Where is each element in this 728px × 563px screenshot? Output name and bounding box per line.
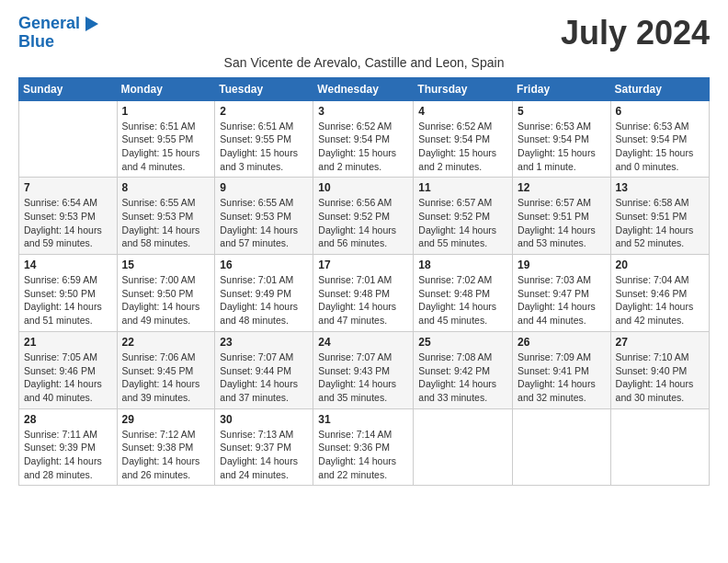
day-cell [513,408,611,486]
day-detail: Sunrise: 6:59 AM Sunset: 9:50 PM Dayligh… [24,273,112,327]
day-cell: 4Sunrise: 6:52 AM Sunset: 9:54 PM Daylig… [414,100,513,178]
weekday-header-monday: Monday [117,77,215,100]
day-cell: 11Sunrise: 6:57 AM Sunset: 9:52 PM Dayli… [414,178,513,255]
day-cell: 18Sunrise: 7:02 AM Sunset: 9:48 PM Dayli… [414,255,513,332]
day-number: 8 [122,181,210,194]
logo-arrow-icon [85,17,98,31]
day-cell: 30Sunrise: 7:13 AM Sunset: 9:37 PM Dayli… [215,408,313,486]
day-cell: 29Sunrise: 7:12 AM Sunset: 9:38 PM Dayli… [117,408,215,486]
day-cell [610,408,709,486]
day-detail: Sunrise: 7:01 AM Sunset: 9:48 PM Dayligh… [318,273,408,327]
day-number: 11 [418,181,507,194]
day-number: 3 [318,105,408,118]
weekday-header-tuesday: Tuesday [215,77,313,100]
day-detail: Sunrise: 6:55 AM Sunset: 9:53 PM Dayligh… [220,196,308,250]
day-detail: Sunrise: 7:00 AM Sunset: 9:50 PM Dayligh… [122,273,210,327]
day-detail: Sunrise: 6:52 AM Sunset: 9:54 PM Dayligh… [418,120,507,174]
day-cell: 12Sunrise: 6:57 AM Sunset: 9:51 PM Dayli… [513,178,611,255]
day-number: 10 [318,181,408,194]
day-cell: 15Sunrise: 7:00 AM Sunset: 9:50 PM Dayli… [117,255,215,332]
day-cell: 31Sunrise: 7:14 AM Sunset: 9:36 PM Dayli… [313,408,414,486]
day-cell: 14Sunrise: 6:59 AM Sunset: 9:50 PM Dayli… [19,255,118,332]
day-cell: 9Sunrise: 6:55 AM Sunset: 9:53 PM Daylig… [215,178,313,255]
day-cell: 5Sunrise: 6:53 AM Sunset: 9:54 PM Daylig… [513,100,611,178]
day-detail: Sunrise: 7:07 AM Sunset: 9:44 PM Dayligh… [220,350,308,405]
day-number: 15 [122,259,210,271]
page: General Blue July 2024 San Vicente de Ar… [0,0,728,504]
day-number: 26 [518,336,606,349]
weekday-header-wednesday: Wednesday [313,77,414,100]
day-cell: 17Sunrise: 7:01 AM Sunset: 9:48 PM Dayli… [313,255,414,332]
day-cell: 20Sunrise: 7:04 AM Sunset: 9:46 PM Dayli… [610,255,709,332]
day-number: 6 [616,105,704,118]
day-number: 9 [220,181,308,194]
day-number: 7 [24,181,112,194]
logo: General Blue [18,15,98,52]
title-right: July 2024 [561,15,710,52]
day-detail: Sunrise: 7:05 AM Sunset: 9:46 PM Dayligh… [24,350,112,405]
week-row-3: 14Sunrise: 6:59 AM Sunset: 9:50 PM Dayli… [19,255,710,332]
day-detail: Sunrise: 7:06 AM Sunset: 9:45 PM Dayligh… [122,350,210,405]
day-cell [19,100,118,178]
day-detail: Sunrise: 7:10 AM Sunset: 9:40 PM Dayligh… [616,350,704,405]
day-cell [414,408,513,486]
weekday-header-row: SundayMondayTuesdayWednesdayThursdayFrid… [19,77,710,100]
day-number: 23 [220,336,308,349]
day-cell: 22Sunrise: 7:06 AM Sunset: 9:45 PM Dayli… [117,331,215,408]
day-detail: Sunrise: 6:51 AM Sunset: 9:55 PM Dayligh… [122,120,210,174]
week-row-4: 21Sunrise: 7:05 AM Sunset: 9:46 PM Dayli… [19,331,710,408]
logo-blue: Blue [18,33,98,52]
day-cell: 21Sunrise: 7:05 AM Sunset: 9:46 PM Dayli… [19,331,118,408]
day-number: 28 [24,413,112,426]
day-cell: 25Sunrise: 7:08 AM Sunset: 9:42 PM Dayli… [414,331,513,408]
day-number: 25 [418,336,507,349]
day-number: 31 [318,413,408,426]
svg-marker-0 [85,17,98,31]
week-row-5: 28Sunrise: 7:11 AM Sunset: 9:39 PM Dayli… [19,408,710,486]
day-cell: 19Sunrise: 7:03 AM Sunset: 9:47 PM Dayli… [513,255,611,332]
day-number: 5 [518,105,606,118]
day-detail: Sunrise: 6:53 AM Sunset: 9:54 PM Dayligh… [616,120,704,174]
day-number: 19 [518,259,606,271]
day-detail: Sunrise: 7:11 AM Sunset: 9:39 PM Dayligh… [24,428,112,482]
day-cell: 13Sunrise: 6:58 AM Sunset: 9:51 PM Dayli… [610,178,709,255]
day-number: 30 [220,413,308,426]
day-detail: Sunrise: 6:51 AM Sunset: 9:55 PM Dayligh… [220,120,308,174]
day-cell: 10Sunrise: 6:56 AM Sunset: 9:52 PM Dayli… [313,178,414,255]
day-number: 18 [418,259,507,271]
logo-general: General [18,14,80,32]
day-detail: Sunrise: 7:09 AM Sunset: 9:41 PM Dayligh… [518,350,606,405]
day-detail: Sunrise: 6:56 AM Sunset: 9:52 PM Dayligh… [318,196,408,250]
day-number: 29 [122,413,210,426]
day-number: 24 [318,336,408,349]
day-number: 20 [616,259,704,271]
day-cell: 16Sunrise: 7:01 AM Sunset: 9:49 PM Dayli… [215,255,313,332]
week-row-2: 7Sunrise: 6:54 AM Sunset: 9:53 PM Daylig… [19,178,710,255]
day-detail: Sunrise: 7:03 AM Sunset: 9:47 PM Dayligh… [518,273,606,327]
day-detail: Sunrise: 7:04 AM Sunset: 9:46 PM Dayligh… [616,273,704,327]
logo-text: General [18,15,98,33]
day-detail: Sunrise: 7:14 AM Sunset: 9:36 PM Dayligh… [318,428,408,482]
day-cell: 2Sunrise: 6:51 AM Sunset: 9:55 PM Daylig… [215,100,313,178]
day-detail: Sunrise: 7:08 AM Sunset: 9:42 PM Dayligh… [418,350,507,405]
week-row-1: 1Sunrise: 6:51 AM Sunset: 9:55 PM Daylig… [19,100,710,178]
day-number: 27 [616,336,704,349]
day-cell: 24Sunrise: 7:07 AM Sunset: 9:43 PM Dayli… [313,331,414,408]
day-cell: 26Sunrise: 7:09 AM Sunset: 9:41 PM Dayli… [513,331,611,408]
day-detail: Sunrise: 6:54 AM Sunset: 9:53 PM Dayligh… [24,196,112,250]
day-detail: Sunrise: 7:02 AM Sunset: 9:48 PM Dayligh… [418,273,507,327]
calendar-table: SundayMondayTuesdayWednesdayThursdayFrid… [18,77,710,487]
day-number: 22 [122,336,210,349]
day-cell: 8Sunrise: 6:55 AM Sunset: 9:53 PM Daylig… [117,178,215,255]
weekday-header-thursday: Thursday [414,77,513,100]
day-number: 1 [122,105,210,118]
subtitle: San Vicente de Arevalo, Castille and Leo… [18,55,710,70]
day-detail: Sunrise: 7:07 AM Sunset: 9:43 PM Dayligh… [318,350,408,405]
day-number: 12 [518,181,606,194]
day-cell: 27Sunrise: 7:10 AM Sunset: 9:40 PM Dayli… [610,331,709,408]
day-cell: 23Sunrise: 7:07 AM Sunset: 9:44 PM Dayli… [215,331,313,408]
day-cell: 3Sunrise: 6:52 AM Sunset: 9:54 PM Daylig… [313,100,414,178]
weekday-header-friday: Friday [513,77,611,100]
day-cell: 6Sunrise: 6:53 AM Sunset: 9:54 PM Daylig… [610,100,709,178]
day-detail: Sunrise: 6:55 AM Sunset: 9:53 PM Dayligh… [122,196,210,250]
